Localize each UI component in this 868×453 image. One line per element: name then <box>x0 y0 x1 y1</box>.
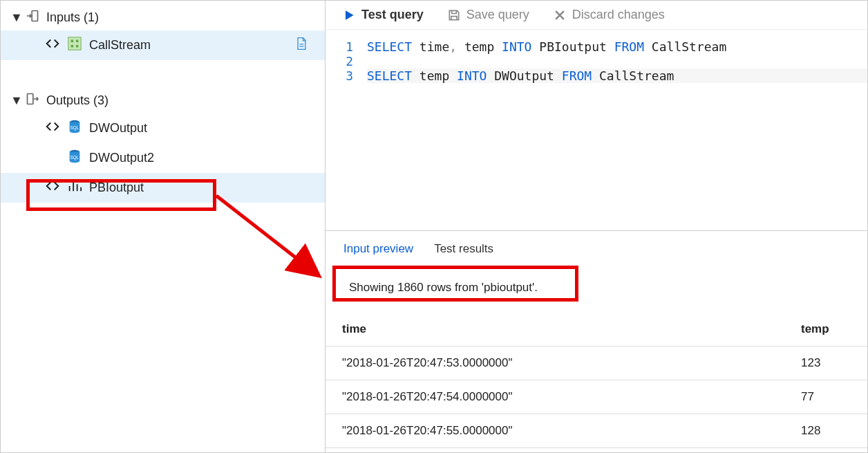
outputs-section-header[interactable]: ▼ Outputs (3) <box>1 88 325 113</box>
file-icon[interactable] <box>294 37 308 54</box>
discard-changes-button[interactable]: Discard changes <box>553 8 665 22</box>
caret-down-icon: ▼ <box>10 10 19 25</box>
tab-input-preview[interactable]: Input preview <box>342 239 415 263</box>
cell-time: "2018-01-26T20:47:55.0000000" <box>326 414 784 448</box>
tree-item-label: DWOutput <box>89 121 147 136</box>
svg-rect-5 <box>76 45 79 48</box>
output-item-dwoutput[interactable]: SQL DWOutput <box>1 113 325 143</box>
inputs-label: Inputs (1) <box>46 10 99 25</box>
save-icon <box>447 8 461 22</box>
svg-rect-2 <box>71 40 74 43</box>
caret-down-icon: ▼ <box>10 93 19 108</box>
sql-icon: SQL <box>67 119 82 138</box>
code-icon <box>45 119 60 138</box>
save-query-label: Save query <box>466 8 529 22</box>
test-query-label: Test query <box>361 8 424 22</box>
outputs-label: Outputs (3) <box>46 93 108 108</box>
stream-icon <box>67 36 82 55</box>
table-row[interactable]: "2018-01-26T20:47:53.0000000"123 <box>326 346 867 380</box>
cell-temp: 128 <box>784 414 867 448</box>
tree-item-label: PBIoutput <box>89 181 144 195</box>
output-item-dwoutput2[interactable]: SQL DWOutput2 <box>1 143 325 173</box>
tree-item-label: CallStream <box>89 38 151 53</box>
input-section-icon <box>26 9 39 26</box>
close-icon <box>553 8 567 22</box>
toolbar: Test query Save query Discard changes <box>326 1 867 30</box>
svg-rect-6 <box>28 94 33 104</box>
main-panel: Test query Save query Discard changes 1S… <box>326 1 867 452</box>
cell-time: "2018-01-26T20:47:53.0000000" <box>326 346 784 380</box>
code-icon <box>45 178 60 197</box>
tree-item-label: DWOutput2 <box>89 151 154 165</box>
svg-rect-0 <box>32 11 37 21</box>
test-query-button[interactable]: Test query <box>342 8 424 22</box>
svg-text:SQL: SQL <box>70 155 79 160</box>
col-header-time[interactable]: time <box>326 313 784 346</box>
cell-temp: 77 <box>784 380 867 414</box>
pbi-icon <box>67 178 82 197</box>
sql-icon: SQL <box>67 149 82 167</box>
output-section-icon <box>26 92 39 109</box>
save-query-button[interactable]: Save query <box>447 8 529 22</box>
svg-rect-3 <box>76 40 79 43</box>
app-frame: ▼ Inputs (1) CallStream ▼ Outputs <box>0 0 868 453</box>
svg-rect-1 <box>68 37 81 50</box>
cell-temp: 123 <box>784 346 867 380</box>
results-tabs: Input preview Test results <box>326 231 867 271</box>
sidebar: ▼ Inputs (1) CallStream ▼ Outputs <box>1 1 326 452</box>
code-editor[interactable]: 1SELECT time, temp INTO PBIoutput FROM C… <box>326 30 867 230</box>
discard-label: Discard changes <box>572 8 665 22</box>
input-item-callstream[interactable]: CallStream <box>1 30 325 60</box>
svg-text:SQL: SQL <box>70 125 79 131</box>
code-icon <box>45 36 60 55</box>
table-row[interactable]: "2018-01-26T20:47:55.0000000"128 <box>326 414 867 448</box>
svg-rect-4 <box>71 45 74 48</box>
play-icon <box>342 8 356 22</box>
tab-test-results[interactable]: Test results <box>433 239 495 263</box>
col-header-temp[interactable]: temp <box>784 313 867 346</box>
showing-rows-text: Showing 1860 rows from 'pbioutput'. <box>342 271 851 304</box>
results-table: time temp "2018-01-26T20:47:53.0000000"1… <box>326 313 867 448</box>
table-row[interactable]: "2018-01-26T20:47:54.0000000"77 <box>326 380 867 414</box>
inputs-section-header[interactable]: ▼ Inputs (1) <box>1 5 325 30</box>
results-panel: Input preview Test results Showing 1860 … <box>326 230 867 448</box>
cell-time: "2018-01-26T20:47:54.0000000" <box>326 380 784 414</box>
output-item-pbioutput[interactable]: PBIoutput <box>1 173 325 203</box>
